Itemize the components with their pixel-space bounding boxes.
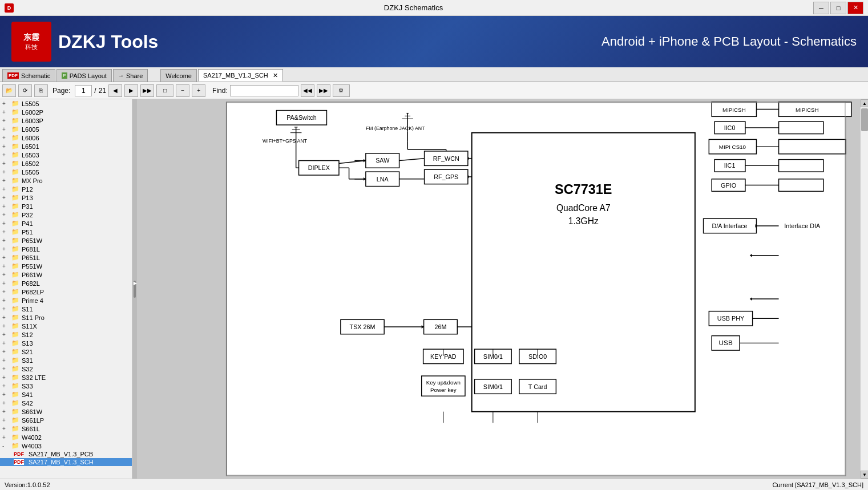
expand-icon[interactable]: + <box>2 118 9 124</box>
tab-welcome[interactable]: Welcome <box>160 69 197 82</box>
sidebar-item-mxpro[interactable]: + 📁 MX Pro <box>0 176 132 185</box>
sidebar-item-s661l[interactable]: + 📁 S661L <box>0 424 132 433</box>
zoom-in-button[interactable]: + <box>192 84 205 97</box>
sidebar-item-p31[interactable]: + 📁 P31 <box>0 202 132 210</box>
refresh-button[interactable]: ⟳ <box>18 84 32 97</box>
scroll-down-btn[interactable]: ▼ <box>861 471 868 479</box>
sidebar-item-p682lp[interactable]: + 📁 P682LP <box>0 287 132 296</box>
find-options-button[interactable]: ⚙ <box>333 84 350 97</box>
sidebar-item-s31[interactable]: + 📁 S31 <box>0 356 132 365</box>
tab-sch-file[interactable]: SA217_MB_V1.3_SCH ✕ <box>198 69 283 82</box>
expand-icon[interactable]: + <box>2 169 9 175</box>
sidebar-item-p41[interactable]: + 📁 P41 <box>0 219 132 228</box>
expand-icon[interactable]: + <box>2 408 9 415</box>
sidebar-item-p13[interactable]: + 📁 P13 <box>0 193 132 202</box>
find-prev-button[interactable]: ◀◀ <box>301 84 314 97</box>
prev-page-button[interactable]: ◀ <box>108 84 122 97</box>
close-button[interactable]: ✕ <box>847 2 863 14</box>
sidebar-item-pcb[interactable]: PDF SA217_MB_V1.3_PCB <box>0 450 132 458</box>
expand-icon[interactable]: + <box>2 289 9 295</box>
tab-share[interactable]: → Share <box>113 69 148 82</box>
sidebar-item-s13[interactable]: + 📁 S13 <box>0 339 132 347</box>
expand-icon[interactable]: + <box>2 203 9 209</box>
expand-icon[interactable]: + <box>2 237 9 244</box>
expand-icon[interactable]: + <box>2 280 9 286</box>
next-page-button[interactable]: ▶▶ <box>140 84 154 97</box>
sidebar-item-l6502[interactable]: + 📁 L6502 <box>0 159 132 168</box>
expand-icon[interactable]: + <box>2 400 9 406</box>
expand-icon[interactable]: + <box>2 126 9 132</box>
sidebar-item-p682l[interactable]: + 📁 P682L <box>0 279 132 287</box>
sidebar-item-p32[interactable]: + 📁 P32 <box>0 210 132 219</box>
expand-icon[interactable]: + <box>2 177 9 184</box>
sidebar-item-p551w[interactable]: + 📁 P551W <box>0 262 132 270</box>
diagram-area[interactable]: PA&Switch FM (Earphone JACK) ANT WIFI+BT… <box>137 99 868 479</box>
diagram-scrollbar[interactable]: ▲ ▼ <box>860 99 868 479</box>
expand-icon[interactable]: + <box>2 229 9 235</box>
expand-icon[interactable]: + <box>2 186 9 192</box>
open-button[interactable]: 📂 <box>2 84 16 97</box>
sidebar-item-l6501[interactable]: + 📁 L6501 <box>0 142 132 151</box>
minimize-button[interactable]: ─ <box>813 2 829 14</box>
sidebar-resizer[interactable]: ▶ <box>132 99 137 479</box>
expand-icon[interactable]: + <box>2 135 9 141</box>
sidebar-item-sch[interactable]: PDF SA217_MB_V1.3_SCH <box>0 458 132 466</box>
sidebar-item-s661lp[interactable]: + 📁 S661LP <box>0 416 132 424</box>
sidebar-item-s11pro[interactable]: + 📁 S11 Pro <box>0 313 132 322</box>
sidebar-item-s32lte[interactable]: + 📁 S32 LTE <box>0 373 132 382</box>
expand-icon[interactable]: + <box>2 195 9 201</box>
expand-icon[interactable]: + <box>2 366 9 372</box>
tab-layout[interactable]: P PADS Layout <box>56 69 112 82</box>
sidebar-item-s33[interactable]: + 📁 S33 <box>0 382 132 390</box>
sidebar-item-prime4[interactable]: + 📁 Prime 4 <box>0 296 132 305</box>
sidebar-item-w4003[interactable]: - 📁 W4003 <box>0 442 132 450</box>
expand-icon[interactable]: + <box>2 263 9 269</box>
tab-close-icon[interactable]: ✕ <box>273 72 278 79</box>
sidebar-item-p51[interactable]: + 📁 P51 <box>0 228 132 236</box>
sidebar-item-l6002p[interactable]: + 📁 L6002P <box>0 108 132 116</box>
sidebar-item-s32[interactable]: + 📁 S32 <box>0 365 132 373</box>
sidebar-item-l6005[interactable]: + 📁 L6005 <box>0 125 132 133</box>
fit-button[interactable]: □ <box>156 84 173 97</box>
expand-icon[interactable]: - <box>2 443 9 449</box>
sidebar-item-s41[interactable]: + 📁 S41 <box>0 390 132 399</box>
sidebar-item-l5505[interactable]: + 📁 L5505 <box>0 99 132 108</box>
scroll-thumb[interactable] <box>861 108 868 131</box>
sidebar-item-p681l[interactable]: + 📁 P681L <box>0 245 132 253</box>
expand-icon[interactable]: + <box>2 306 9 312</box>
maximize-button[interactable]: □ <box>830 2 846 14</box>
sidebar-item-p12[interactable]: + 📁 P12 <box>0 185 132 193</box>
sidebar-item-l5505b[interactable]: + 📁 L5505 <box>0 168 132 176</box>
expand-icon[interactable]: + <box>2 323 9 329</box>
expand-icon[interactable]: + <box>2 297 9 303</box>
expand-icon[interactable]: + <box>2 143 9 149</box>
sidebar-item-l6006[interactable]: + 📁 L6006 <box>0 133 132 142</box>
sidebar-item-l6503[interactable]: + 📁 L6503 <box>0 151 132 159</box>
zoom-out-button[interactable]: − <box>176 84 189 97</box>
sidebar-item-l6003p[interactable]: + 📁 L6003P <box>0 116 132 125</box>
expand-icon[interactable]: + <box>2 254 9 261</box>
scroll-up-btn[interactable]: ▲ <box>861 99 868 107</box>
find-input[interactable] <box>230 85 298 96</box>
expand-icon[interactable]: + <box>2 314 9 321</box>
find-next-button[interactable]: ▶▶ <box>317 84 330 97</box>
sidebar-item-w4002[interactable]: + 📁 W4002 <box>0 433 132 442</box>
expand-icon[interactable]: + <box>2 426 9 432</box>
sidebar-item-p651w[interactable]: + 📁 P651W <box>0 236 132 245</box>
expand-icon[interactable]: + <box>2 160 9 167</box>
play-button[interactable]: ▶ <box>124 84 138 97</box>
expand-icon[interactable]: + <box>2 272 9 278</box>
expand-icon[interactable]: + <box>2 340 9 346</box>
expand-icon[interactable]: + <box>2 212 9 218</box>
expand-icon[interactable]: + <box>2 391 9 398</box>
expand-icon[interactable]: + <box>2 152 9 158</box>
expand-icon[interactable]: + <box>2 434 9 440</box>
expand-icon[interactable]: + <box>2 349 9 355</box>
expand-icon[interactable]: + <box>2 417 9 423</box>
expand-icon[interactable]: + <box>2 220 9 226</box>
expand-icon[interactable]: + <box>2 331 9 338</box>
expand-icon[interactable]: + <box>2 100 9 107</box>
expand-icon[interactable]: + <box>2 374 9 380</box>
expand-icon[interactable]: + <box>2 357 9 363</box>
expand-icon[interactable]: + <box>2 246 9 252</box>
